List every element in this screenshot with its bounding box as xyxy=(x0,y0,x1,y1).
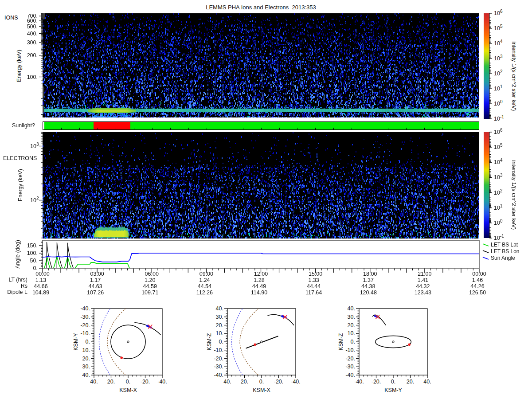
svg-text:10.: 10. xyxy=(216,330,223,336)
svg-text:44.59: 44.59 xyxy=(143,283,157,289)
svg-text:1.17: 1.17 xyxy=(90,277,101,283)
svg-text:30.: 30. xyxy=(348,314,355,320)
svg-text:44.66: 44.66 xyxy=(34,283,47,289)
sunlight-hour-tick xyxy=(170,128,171,129)
svg-text:15:00: 15:00 xyxy=(309,271,322,277)
svg-text:10.: 10. xyxy=(348,330,355,336)
saturn-marker xyxy=(261,341,262,343)
sunlight-segment-no xyxy=(94,122,131,129)
sunlight-segment-yes xyxy=(130,122,479,129)
svg-text:03:00: 03:00 xyxy=(90,271,104,277)
sunlight-hour-tick xyxy=(461,128,461,129)
svg-text:-20.: -20. xyxy=(372,379,381,385)
svg-text:44.49: 44.49 xyxy=(252,283,266,289)
svg-text:150.: 150. xyxy=(27,243,38,249)
svg-text:100.: 100. xyxy=(27,250,38,256)
svg-text:44.44: 44.44 xyxy=(307,283,321,289)
svg-text:20.: 20. xyxy=(348,322,355,329)
sun-angle-line-sample xyxy=(482,256,489,260)
svg-text:10-1: 10-1 xyxy=(494,234,504,241)
legend-label-let-bs-lon: LET BS Lon xyxy=(491,248,520,254)
legend-item-let-bs-lon: LET BS Lon xyxy=(482,248,532,254)
sunlight-hour-tick xyxy=(370,128,370,129)
sunlight-hour-tick xyxy=(61,128,62,129)
svg-text:20.: 20. xyxy=(82,356,90,362)
svg-text:50.: 50. xyxy=(30,258,38,264)
svg-text:0.: 0. xyxy=(86,339,90,345)
svg-text:40.: 40. xyxy=(82,372,90,378)
orbit-panel-ksmz-vs-ksmx: 40.30.20.10.0.-10.-20.-30.-40.40.20.0.-2… xyxy=(199,305,303,399)
titan-position-dot xyxy=(408,343,411,346)
svg-text:20.: 20. xyxy=(241,379,248,385)
titan-position-dot xyxy=(120,356,123,359)
svg-text:00:00: 00:00 xyxy=(35,271,49,277)
svg-text:10-1: 10-1 xyxy=(494,114,504,122)
angle-plot-legend: LET BS Lat LET BS Lon Sun Angle xyxy=(482,241,532,261)
legend-item-let-bs-lat: LET BS Lat xyxy=(482,241,532,248)
svg-text:18:00: 18:00 xyxy=(363,271,377,277)
svg-text:117.64: 117.64 xyxy=(305,289,322,296)
ion-colorbar-label: intensity 1/(s cm^2 ster keV) xyxy=(511,42,516,91)
svg-text:30.: 30. xyxy=(216,314,223,320)
svg-text:-30.: -30. xyxy=(345,364,355,370)
svg-text:20.: 20. xyxy=(216,322,223,329)
svg-text:09:00: 09:00 xyxy=(200,271,213,277)
ion-spectrogram-heatmap xyxy=(43,13,479,117)
svg-text:0.: 0. xyxy=(219,339,223,345)
svg-text:100: 100 xyxy=(494,219,503,226)
sunlight-hour-tick xyxy=(315,128,316,129)
svg-text:0.: 0. xyxy=(351,339,355,345)
sunlight-hour-tick xyxy=(297,128,297,129)
svg-text:101: 101 xyxy=(494,203,503,211)
svg-text:103: 103 xyxy=(494,54,503,62)
let-bs-lon-line-sample xyxy=(482,249,489,254)
sunlight-hour-tick xyxy=(333,128,334,129)
sunlight-hour-tick xyxy=(442,128,443,129)
svg-text:1.37: 1.37 xyxy=(363,277,374,283)
svg-text:500.: 500. xyxy=(27,23,38,30)
svg-text:-20.: -20. xyxy=(80,322,90,329)
svg-text:123.43: 123.43 xyxy=(415,289,431,296)
svg-text:120.48: 120.48 xyxy=(360,289,377,296)
svg-text:103: 103 xyxy=(494,173,503,180)
svg-text:10.: 10. xyxy=(82,347,90,353)
svg-text:126.50: 126.50 xyxy=(469,289,486,296)
svg-text:44.63: 44.63 xyxy=(88,283,102,289)
svg-text:-40.: -40. xyxy=(80,305,90,312)
svg-text:-40.: -40. xyxy=(157,379,167,385)
let-bs-lat-line-sample xyxy=(482,243,489,247)
svg-text:30.: 30. xyxy=(82,364,90,370)
sunlight-hour-tick xyxy=(261,128,262,129)
svg-text:1.33: 1.33 xyxy=(308,277,319,283)
svg-text:44.38: 44.38 xyxy=(361,283,375,289)
svg-text:-40.: -40. xyxy=(214,372,223,378)
electron-spectrogram-heatmap xyxy=(43,132,479,239)
svg-text:40.: 40. xyxy=(90,379,98,385)
titan-position-dot xyxy=(254,343,256,346)
svg-text:12:00: 12:00 xyxy=(254,271,268,277)
sunlight-hour-tick xyxy=(207,128,207,129)
ion-y-axis: 700.600.500.400.300.200.100. xyxy=(13,11,44,122)
svg-text:0.: 0. xyxy=(259,379,264,385)
legend-label-let-bs-lat: LET BS Lat xyxy=(491,242,518,248)
svg-text:21:00: 21:00 xyxy=(418,271,431,277)
sunlight-hour-tick xyxy=(352,128,352,129)
sunlight-hour-tick xyxy=(188,128,189,129)
svg-text:00:00: 00:00 xyxy=(472,271,486,277)
plot-title: LEMMS PHA Ions and Electrons 2013:353 xyxy=(43,4,479,10)
orbit-xlabel: KSM-X xyxy=(253,387,270,393)
orbit-ylabel: KSM-Z xyxy=(338,333,344,350)
svg-text:112.26: 112.26 xyxy=(196,289,213,296)
svg-text:1.28: 1.28 xyxy=(254,277,264,283)
svg-text:104: 104 xyxy=(494,39,503,47)
sunlight-axis-label: Sunlight? xyxy=(0,123,35,129)
sunlight-hour-tick xyxy=(225,128,225,129)
orbit-xlabel: KSM-X xyxy=(119,387,137,393)
svg-text:101: 101 xyxy=(494,84,503,92)
electron-colorbar-label-text: intensity 1/(s cm^2 ster keV) xyxy=(511,160,516,230)
orbit-ylabel: KSM-Y xyxy=(73,333,79,351)
svg-text:1.46: 1.46 xyxy=(472,277,483,283)
svg-text:1.41: 1.41 xyxy=(418,277,428,283)
orbit-xlabel: KSM-Y xyxy=(384,387,402,393)
svg-text:-40.: -40. xyxy=(354,379,364,385)
